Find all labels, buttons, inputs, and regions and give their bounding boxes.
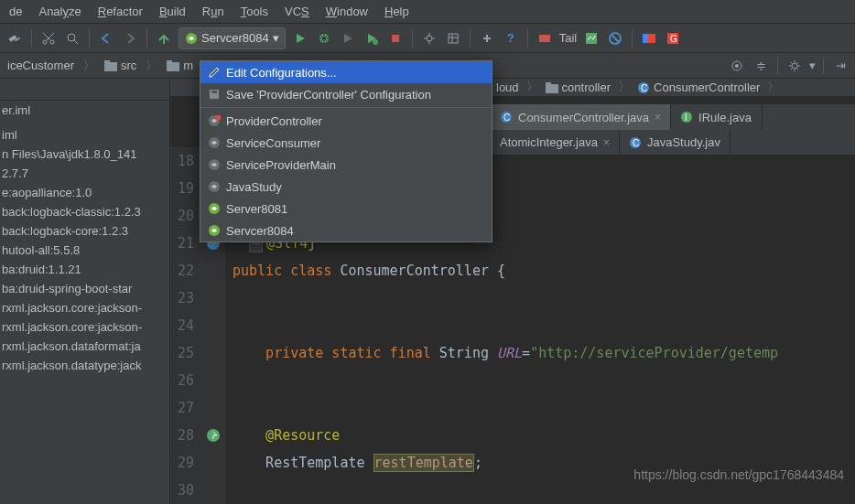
svg-rect-10 xyxy=(449,34,458,43)
structure-icon[interactable] xyxy=(444,29,462,48)
popup-config-item[interactable]: Servcer8084 xyxy=(200,220,492,241)
separator xyxy=(527,29,528,48)
gutter-slot xyxy=(201,367,225,394)
list-item[interactable]: rxml.jackson.core:jackson- xyxy=(0,317,169,337)
popup-label: ProviderController xyxy=(226,114,322,128)
stop-icon[interactable] xyxy=(386,29,405,48)
editor-tabs-row2: AtomicInteger.java × C JavaStudy.jav xyxy=(491,130,855,155)
gutter-slot xyxy=(201,257,225,284)
collapse-icon[interactable]: ≑ xyxy=(752,57,770,75)
crumb[interactable]: CConsumerController xyxy=(632,79,765,96)
svg-text:C: C xyxy=(641,83,647,93)
menu-item[interactable]: de xyxy=(2,2,29,21)
list-item[interactable]: 2.7.7 xyxy=(0,164,169,183)
hammer-icon[interactable] xyxy=(5,29,24,48)
popup-config-item[interactable]: ProviderController xyxy=(200,110,492,132)
close-icon[interactable]: × xyxy=(603,136,610,149)
crumb[interactable]: m xyxy=(161,59,199,72)
popup-config-item[interactable]: ServiceProviderMain xyxy=(200,154,492,176)
folder-icon xyxy=(546,82,558,93)
list-item[interactable]: ba:druid-spring-boot-star xyxy=(0,279,169,298)
list-item[interactable]: e:aopalliance:1.0 xyxy=(0,183,169,202)
list-item[interactable]: back:logback-classic:1.2.3 xyxy=(0,202,169,221)
list-item[interactable]: ba:druid:1.1.21 xyxy=(0,260,169,279)
list-item[interactable]: n Files\Java\jdk1.8.0_141 xyxy=(0,145,169,164)
menu-item[interactable]: Tools xyxy=(233,2,276,21)
menu-item[interactable]: VCS xyxy=(277,2,317,21)
make-icon[interactable] xyxy=(155,29,173,48)
nav-marker[interactable] xyxy=(201,422,225,449)
chevron-down-icon[interactable]: ▾ xyxy=(809,59,816,72)
project-panel: er.iml iml n Files\Java\jdk1.8.0_141 2.7… xyxy=(0,79,170,504)
deny-icon[interactable] xyxy=(606,29,624,48)
target-icon[interactable] xyxy=(728,57,746,75)
popup-config-item[interactable]: Server8081 xyxy=(200,198,492,220)
list-item[interactable]: rxml.jackson.core:jackson- xyxy=(0,298,169,317)
list-item[interactable]: iml xyxy=(0,125,169,145)
list-item[interactable]: rxml.jackson.dataformat:ja xyxy=(0,337,169,356)
tail-label[interactable]: Tail xyxy=(559,31,578,45)
google-icon[interactable]: G xyxy=(664,29,682,48)
gear-icon[interactable] xyxy=(785,57,804,75)
run-icon[interactable] xyxy=(291,29,309,48)
back-icon[interactable] xyxy=(97,29,115,48)
menu-item[interactable]: Refactor xyxy=(91,2,150,21)
git-icon[interactable] xyxy=(478,29,496,48)
scissors-icon[interactable] xyxy=(39,29,58,48)
popup-config-item[interactable]: JavaStudy xyxy=(200,176,492,198)
editor-tab[interactable]: C ConsumerController.java × xyxy=(491,104,671,130)
menu-item[interactable]: Analyze xyxy=(31,2,88,21)
popup-item-edit-configs[interactable]: Edit Configurations... xyxy=(200,61,492,83)
svg-rect-12 xyxy=(586,33,597,44)
profile-icon[interactable] xyxy=(363,29,381,48)
help-icon[interactable]: ? xyxy=(502,29,520,48)
svg-text:G: G xyxy=(670,34,677,44)
close-icon[interactable]: × xyxy=(655,111,661,123)
editor-tab[interactable]: AtomicInteger.java × xyxy=(491,130,620,155)
menu-bar: de Analyze Refactor Build Run Tools VCS … xyxy=(0,0,855,24)
svg-point-9 xyxy=(427,36,432,41)
spring-stop-icon xyxy=(208,114,221,127)
separator xyxy=(89,29,90,48)
svg-rect-40 xyxy=(216,115,221,120)
gutter-slot xyxy=(201,449,225,477)
separator xyxy=(200,107,492,108)
run-coverage-icon[interactable] xyxy=(339,29,357,48)
debug-icon[interactable] xyxy=(315,29,333,48)
mybatis-icon[interactable] xyxy=(536,29,554,48)
folder-icon xyxy=(167,60,179,71)
crumb[interactable]: src xyxy=(99,59,142,72)
chevron-down-icon: ▾ xyxy=(273,31,279,45)
gutter-slot xyxy=(201,394,225,422)
list-item[interactable]: rxml.jackson.datatype:jack xyxy=(0,356,169,375)
menu-item[interactable]: Window xyxy=(319,2,375,21)
gutter-slot xyxy=(201,477,225,504)
popup-label: Servcer8084 xyxy=(226,224,294,238)
forward-icon[interactable] xyxy=(121,29,139,48)
run-config-selector[interactable]: Servcer8084 ▾ xyxy=(179,27,286,49)
editor-tab[interactable]: C JavaStudy.jav xyxy=(620,130,731,155)
settings-icon[interactable] xyxy=(420,29,438,48)
list-item[interactable]: hutool-all:5.5.8 xyxy=(0,241,169,260)
popup-config-item[interactable]: ServiceConsumer xyxy=(200,132,492,154)
crumb[interactable]: controller xyxy=(540,79,616,96)
search-icon[interactable] xyxy=(63,29,81,48)
spring-icon xyxy=(208,158,221,171)
chevron-right-icon: 〉 xyxy=(765,79,781,96)
crumb[interactable]: iceCustomer xyxy=(2,59,80,72)
svg-point-7 xyxy=(373,39,378,45)
editor-tab[interactable]: I IRule.java xyxy=(671,104,763,130)
svg-rect-26 xyxy=(546,82,551,86)
hide-icon[interactable]: ⇥ xyxy=(831,57,850,75)
menu-item[interactable]: Run xyxy=(195,2,232,21)
list-item[interactable]: back:logback-core:1.2.3 xyxy=(0,221,169,241)
translate-icon[interactable] xyxy=(640,29,658,48)
svg-rect-19 xyxy=(104,60,110,64)
menu-item[interactable]: Help xyxy=(377,2,417,21)
menu-item[interactable]: Build xyxy=(152,2,193,21)
chart-icon[interactable] xyxy=(582,29,601,48)
watermark: https://blog.csdn.net/gpc1768443484 xyxy=(633,467,844,482)
crumb[interactable]: loud xyxy=(491,79,525,96)
popup-item-save-config[interactable]: Save 'ProviderController' Configuration xyxy=(200,83,492,105)
list-item[interactable]: er.iml xyxy=(0,101,169,120)
